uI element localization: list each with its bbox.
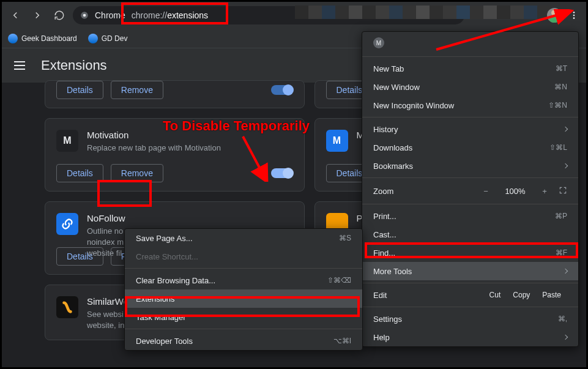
svg-rect-5 bbox=[549, 17, 559, 23]
details-button[interactable]: Details bbox=[56, 81, 103, 99]
omnibox-url-prefix: chrome:// bbox=[132, 10, 167, 20]
menu-item-history[interactable]: History bbox=[362, 120, 578, 138]
menu-item-downloads[interactable]: Downloads⇧⌘L bbox=[362, 138, 578, 157]
bookmark-label: GD Dev bbox=[102, 34, 128, 43]
fullscreen-icon[interactable] bbox=[559, 186, 567, 196]
chrome-icon bbox=[80, 11, 89, 20]
edit-cut-button[interactable]: Cut bbox=[483, 291, 507, 299]
extension-icon: M bbox=[326, 130, 348, 152]
svg-point-3 bbox=[83, 14, 86, 17]
browser-toolbar: Chrome chrome://extensions bbox=[2, 2, 586, 29]
extension-icon bbox=[56, 296, 78, 318]
menu-item-cast[interactable]: Cast... bbox=[362, 225, 578, 244]
forward-button[interactable] bbox=[29, 7, 46, 24]
svg-point-6 bbox=[573, 12, 575, 13]
extension-title: NoFollow bbox=[87, 213, 125, 223]
svg-point-8 bbox=[573, 17, 575, 19]
menu-item-new-tab[interactable]: New Tab⌘T bbox=[362, 59, 578, 78]
bookmark-label: Geek Dashboard bbox=[21, 34, 77, 43]
submenu-item-task-manager[interactable]: Task Manager bbox=[125, 308, 362, 326]
menu-item-find[interactable]: Find...⌘F bbox=[362, 244, 578, 262]
submenu-item-clear-browsing-data[interactable]: Clear Browsing Data...⇧⌘⌫ bbox=[125, 271, 362, 289]
chrome-main-menu: M New Tab⌘T New Window⌘N New Incognito W… bbox=[362, 31, 579, 347]
omnibox-url-page: extensions bbox=[167, 10, 208, 20]
zoom-value: 100% bbox=[500, 187, 530, 196]
menu-item-help[interactable]: Help bbox=[362, 328, 578, 346]
extension-icons-strip bbox=[295, 6, 551, 19]
menu-item-bookmarks[interactable]: Bookmarks bbox=[362, 157, 578, 175]
profile-avatar[interactable] bbox=[547, 8, 562, 23]
hamburger-menu-icon[interactable] bbox=[14, 58, 29, 73]
menu-item-new-window[interactable]: New Window⌘N bbox=[362, 78, 578, 96]
submenu-item-save-page[interactable]: Save Page As...⌘S bbox=[125, 229, 362, 247]
details-button[interactable]: Details bbox=[56, 164, 103, 182]
chevron-right-icon bbox=[563, 335, 568, 340]
zoom-in-button[interactable]: + bbox=[537, 187, 553, 196]
menu-item-more-tools[interactable]: More Tools bbox=[362, 262, 578, 280]
menu-item-new-incognito[interactable]: New Incognito Window⇧⌘N bbox=[362, 96, 578, 114]
extension-icon bbox=[56, 213, 78, 235]
chevron-right-icon bbox=[563, 163, 568, 168]
menu-item-zoom: Zoom − 100% + bbox=[362, 181, 578, 201]
submenu-item-extensions[interactable]: Extensions bbox=[125, 289, 362, 308]
annotation-disable-text: To Disable Temporarily bbox=[163, 118, 310, 134]
svg-point-7 bbox=[573, 15, 575, 17]
chrome-menu-button[interactable] bbox=[565, 7, 582, 24]
details-button[interactable]: Details bbox=[56, 247, 103, 266]
edit-copy-button[interactable]: Copy bbox=[507, 291, 536, 299]
back-button[interactable] bbox=[7, 7, 24, 24]
svg-point-4 bbox=[551, 10, 557, 16]
menu-item-edit: Edit Cut Copy Paste bbox=[362, 286, 578, 304]
menu-item-print[interactable]: Print...⌘P bbox=[362, 207, 578, 225]
page-title: Extensions bbox=[41, 58, 107, 73]
edit-paste-button[interactable]: Paste bbox=[536, 291, 567, 299]
extension-toggle[interactable] bbox=[271, 168, 293, 178]
bookmark-item-gd-dev[interactable]: GD Dev bbox=[88, 34, 128, 43]
bookmark-item-geek-dashboard[interactable]: Geek Dashboard bbox=[8, 34, 77, 43]
menu-profile-badge[interactable]: M bbox=[373, 37, 384, 48]
edit-label: Edit bbox=[373, 291, 483, 300]
remove-button[interactable]: Remove bbox=[111, 164, 163, 182]
remove-button[interactable]: Remove bbox=[111, 81, 163, 99]
menu-item-settings[interactable]: Settings⌘, bbox=[362, 310, 578, 328]
chevron-right-icon bbox=[563, 127, 568, 132]
more-tools-submenu: Save Page As...⌘S Create Shortcut... Cle… bbox=[124, 228, 363, 351]
submenu-item-create-shortcut: Create Shortcut... bbox=[125, 247, 362, 266]
zoom-out-button[interactable]: − bbox=[478, 187, 494, 196]
zoom-label: Zoom bbox=[373, 187, 472, 196]
extension-toggle[interactable] bbox=[271, 85, 293, 95]
reload-button[interactable] bbox=[51, 7, 68, 24]
extension-card: Details Remove bbox=[45, 80, 305, 108]
extension-icon: M bbox=[56, 130, 78, 152]
extension-description: Replace new tab page with Motivation bbox=[87, 143, 221, 154]
omnibox-chrome-label: Chrome bbox=[95, 10, 125, 20]
chevron-right-icon bbox=[563, 269, 568, 274]
submenu-item-developer-tools[interactable]: Developer Tools⌥⌘I bbox=[125, 332, 362, 350]
